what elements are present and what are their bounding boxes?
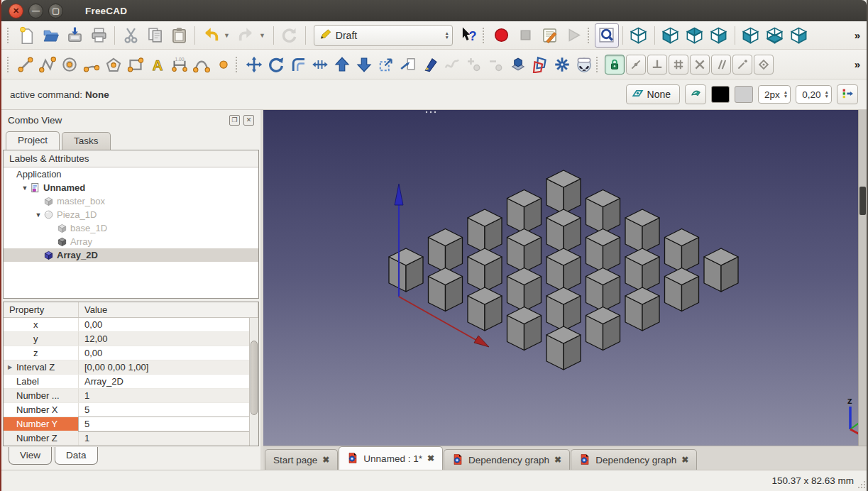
tree-item-pieza-1d[interactable]: ▼Pieza_1D — [4, 208, 258, 221]
view-right-button[interactable] — [707, 23, 731, 48]
print-document-button[interactable] — [87, 23, 111, 48]
array-box-3-4[interactable] — [586, 307, 620, 351]
workbench-selector[interactable]: Draft▲▼ — [314, 25, 453, 46]
snap-perpendicular-button[interactable] — [647, 55, 667, 75]
property-value[interactable]: 1 — [79, 389, 258, 403]
draft-array-button[interactable] — [551, 53, 573, 77]
toolbar-grip[interactable] — [588, 28, 590, 43]
tree-item-application[interactable]: Application — [4, 167, 258, 181]
tree-item-array[interactable]: Array — [4, 235, 258, 248]
whats-this-button[interactable]: ? — [457, 23, 481, 48]
array-box-0-2[interactable] — [625, 209, 659, 253]
array-box-4-0[interactable] — [389, 248, 423, 292]
property-row-z[interactable]: z0,00 — [4, 346, 258, 360]
property-value[interactable]: [0,00 0,00 1,00] — [79, 360, 258, 375]
draft-wire-button[interactable] — [36, 53, 58, 77]
tab-tasks[interactable]: Tasks — [62, 132, 111, 150]
open-document-button[interactable] — [38, 23, 62, 48]
viewport-scrollbar[interactable] — [858, 110, 867, 446]
toolbar-grip[interactable] — [7, 28, 10, 43]
new-document-button[interactable] — [14, 23, 38, 48]
snap-midpoint-button[interactable] — [626, 55, 646, 75]
text-scale-arrows[interactable]: ▲▼ — [825, 90, 829, 99]
property-name[interactable]: Number ... — [4, 389, 79, 403]
property-row-label[interactable]: LabelArray_2D — [4, 375, 258, 389]
draft-rectangle-button[interactable] — [124, 53, 146, 77]
refresh-button[interactable] — [278, 23, 302, 48]
array-box-1-2[interactable] — [586, 229, 620, 272]
array-box-3-1[interactable] — [468, 248, 502, 292]
property-name[interactable]: ▶Interval Z — [4, 360, 79, 375]
mdi-tab-close-icon[interactable]: ✖ — [322, 455, 329, 465]
array-box-4-3[interactable] — [507, 307, 542, 351]
window-maximize-button[interactable]: ▢ — [48, 4, 63, 18]
toolbar-grip[interactable] — [483, 28, 485, 43]
tree-item-master-box[interactable]: master_box — [4, 194, 258, 208]
draft-arc-button[interactable] — [80, 53, 102, 77]
draft-move-button[interactable] — [243, 53, 265, 77]
undo-dropdown[interactable]: ▼ — [223, 32, 234, 39]
array-box-3-3[interactable] — [546, 287, 581, 331]
view-bottom-button[interactable] — [763, 23, 787, 48]
array-box-1-3[interactable] — [625, 248, 659, 292]
array-box-3-0[interactable] — [429, 229, 463, 272]
tree-item-base-1d[interactable]: base_1D — [4, 221, 258, 235]
draft-line-button[interactable] — [14, 53, 36, 77]
property-row-x[interactable]: x0,00 — [4, 318, 258, 332]
property-row-number[interactable]: Number ...1 — [4, 389, 258, 403]
draft-scale-button[interactable] — [375, 53, 397, 77]
property-value[interactable]: 0,00 — [79, 346, 258, 360]
property-row-y[interactable]: y12,00 — [4, 332, 258, 346]
view-fit-all-button[interactable] — [595, 23, 619, 48]
draft-downgrade-button[interactable] — [353, 53, 375, 77]
property-name[interactable]: z — [4, 346, 79, 360]
array-box-1-0[interactable] — [507, 190, 542, 233]
snap-special-button[interactable] — [754, 55, 774, 75]
macro-play-button[interactable] — [562, 23, 586, 48]
copy-button[interactable] — [143, 23, 167, 48]
line-width-arrows[interactable]: ▲▼ — [784, 90, 788, 99]
macro-record-button[interactable] — [490, 23, 514, 48]
draft-toolbar-overflow-button[interactable]: » — [852, 58, 862, 70]
view-left-button[interactable] — [787, 23, 811, 48]
save-document-button[interactable] — [62, 23, 87, 48]
mdi-tab-dependency-graph-2[interactable]: Dependency graph✖ — [444, 449, 570, 470]
array-box-0-0[interactable] — [546, 170, 581, 214]
draft-shape-2d-view-button[interactable] — [529, 53, 551, 77]
dock-close-button[interactable]: ✕ — [243, 115, 254, 126]
tree-item-array-2d[interactable]: Array_2D — [4, 248, 258, 262]
property-value[interactable]: 12,00 — [79, 332, 258, 346]
property-column-header[interactable]: Property — [4, 302, 79, 317]
mdi-tab-close-icon[interactable]: ✖ — [681, 455, 688, 465]
toolbar-grip[interactable] — [596, 57, 599, 72]
array-box-0-4[interactable] — [704, 248, 738, 292]
resize-grip[interactable] — [857, 481, 865, 490]
macro-edit-button[interactable] — [538, 23, 562, 48]
property-name[interactable]: Number Y — [4, 417, 79, 431]
workbench-selector-arrows[interactable]: ▲▼ — [444, 31, 449, 40]
property-value[interactable]: 0,00 — [79, 318, 258, 332]
draft-upgrade-button[interactable] — [331, 53, 353, 77]
mdi-tab-close-icon[interactable]: ✖ — [554, 455, 561, 465]
draft-rotate-button[interactable] — [265, 53, 287, 77]
cut-button[interactable] — [119, 23, 143, 48]
snap-intersection-button[interactable] — [690, 55, 710, 75]
property-scrollbar[interactable] — [249, 318, 258, 446]
array-box-2-2[interactable] — [546, 248, 581, 292]
working-plane-button[interactable]: None — [626, 84, 680, 104]
array-box-2-0[interactable] — [468, 209, 502, 253]
mdi-tab-close-icon[interactable]: ✖ — [427, 453, 434, 463]
line-color-swatch[interactable] — [711, 86, 730, 103]
property-name[interactable]: x — [4, 318, 79, 332]
array-box-4-2[interactable] — [468, 287, 502, 331]
array-box-0-3[interactable] — [665, 229, 699, 272]
window-close-button[interactable]: ✕ — [9, 4, 23, 18]
viewport-scrollbar-thumb[interactable] — [859, 187, 866, 215]
draft-to-sketch-button[interactable] — [507, 53, 529, 77]
array-box-2-3[interactable] — [586, 268, 620, 311]
snap-extension-button[interactable] — [732, 55, 752, 75]
window-minimize-button[interactable]: — — [28, 4, 43, 18]
3d-viewport[interactable]: ZYX — [263, 110, 858, 446]
draft-text-button[interactable]: A — [146, 53, 168, 77]
property-name[interactable]: Number X — [4, 403, 79, 417]
